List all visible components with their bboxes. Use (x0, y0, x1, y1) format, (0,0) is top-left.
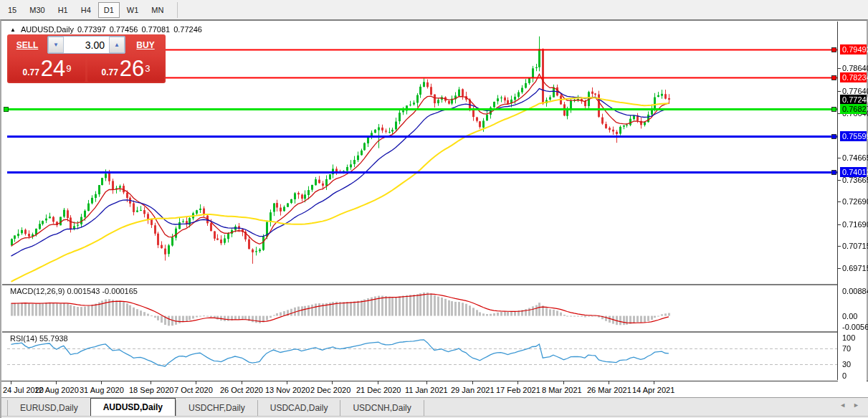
price-axis-tick-label: 0.70715 (842, 242, 867, 250)
volume-decrease-icon[interactable]: ▼ (48, 37, 64, 53)
sell-button[interactable]: SELL (9, 36, 46, 54)
date-axis-tick (563, 381, 564, 384)
date-axis-label: 29 Jan 2021 (451, 386, 495, 394)
date-axis-tick (151, 381, 151, 384)
hline-handle-left[interactable] (4, 107, 9, 112)
tab-audusd[interactable]: AUDUSD,Daily (90, 398, 176, 417)
price-axis-tick-label: 0.69715 (842, 264, 867, 272)
price-axis-tick (838, 268, 841, 269)
indicator-axis-label: 100 (842, 333, 867, 342)
timeframe-button-h1[interactable]: H1 (52, 2, 74, 18)
sell-price-display[interactable]: 0.77 24 9 (9, 55, 85, 82)
price-axis-tick (838, 201, 841, 202)
date-axis-tick (196, 381, 196, 384)
buy-price-big: 26 (120, 57, 144, 80)
date-axis-tick (654, 381, 654, 384)
timeframe-toolbar: 15 M30 H1 H4 D1 W1 MN (0, 0, 868, 19)
date-axis-tick (518, 381, 518, 384)
rsi-canvas[interactable] (7, 333, 839, 380)
date-axis-label: 18 Sep 2020 (129, 386, 173, 394)
sell-price-sup: 9 (66, 63, 71, 74)
date-axis-tick (101, 381, 102, 384)
price-axis-tick (838, 246, 841, 247)
hline-handle[interactable] (831, 107, 836, 112)
timeframe-button-w1[interactable]: W1 (121, 2, 145, 18)
volume-input[interactable]: 3.00 (64, 37, 109, 53)
tab-scroll-left-icon[interactable]: ◄ (839, 402, 846, 409)
date-axis-label: 26 Mar 2021 (587, 386, 631, 394)
price-badge[interactable]: 0.79492 (840, 44, 867, 54)
price-badge[interactable]: 0.76827 (840, 104, 867, 114)
indicator-axis-label: -0.005651 (842, 323, 867, 331)
date-axis-label: 7 Oct 2020 (174, 386, 213, 394)
rsi-name: RSI(14) (10, 334, 37, 343)
macd-values: 0.001543 -0.000165 (67, 287, 137, 295)
tab-usdcnh[interactable]: USDCNH,Daily (340, 400, 424, 417)
volume-increase-icon[interactable]: ▲ (109, 37, 125, 53)
tab-usdcad[interactable]: USDCAD,Daily (257, 400, 340, 417)
indicator-axis-label: 0 (842, 371, 867, 380)
indicator-axis-label: 0.00884 (842, 287, 867, 295)
price-axis-tick (838, 158, 841, 158)
price-axis-tick-label: 0.74665 (842, 153, 867, 162)
one-click-trade-panel: SELL ▼ 3.00 ▲ BUY 0.77 24 9 0.77 26 3 (7, 34, 166, 83)
date-axis-tick (56, 381, 57, 384)
tab-scroll-right-icon[interactable]: ► (853, 402, 859, 409)
date-axis-label: 21 Dec 2020 (356, 386, 401, 394)
price-badge[interactable]: 0.77246 (840, 95, 867, 105)
date-axis-label: 8 Mar 2021 (542, 386, 582, 394)
price-axis-tick-label: 0.78640 (842, 64, 867, 72)
date-axis-tick (378, 381, 378, 384)
symbol-period-label: AUDUSD,Daily (21, 25, 74, 34)
indicator-axis-label: 0.00 (842, 312, 867, 320)
timeframe-button-m15[interactable]: 15 (2, 2, 22, 18)
price-axis-tick (838, 224, 841, 225)
date-axis-tick (609, 381, 609, 384)
chart-header: ▲ AUDUSD,Daily 0.77397 0.77456 0.77081 0… (10, 25, 202, 34)
date-axis-tick (242, 381, 242, 384)
date-axis-tick (472, 381, 473, 384)
date-axis-label: 2 Dec 2020 (310, 386, 350, 394)
timeframe-button-mn[interactable]: MN (146, 2, 169, 18)
buy-price-prefix: 0.77 (101, 67, 118, 77)
price-badge[interactable]: 0.74012 (840, 167, 867, 177)
hline-handle[interactable] (831, 170, 836, 175)
buy-price-display[interactable]: 0.77 26 3 (87, 55, 164, 82)
rsi-value: 55.7938 (39, 334, 68, 343)
panel-separator-rsi[interactable] (2, 331, 867, 333)
date-axis-label: 12 Aug 2020 (34, 386, 79, 394)
price-badge[interactable]: 0.78234 (840, 72, 867, 82)
volume-spinner: ▼ 3.00 ▲ (47, 36, 125, 54)
toolbar-separator (177, 2, 178, 18)
date-axis-tick (332, 381, 333, 384)
timeframe-button-m30[interactable]: M30 (24, 2, 50, 18)
buy-button[interactable]: BUY (127, 36, 164, 54)
price-axis-spine (837, 22, 838, 380)
collapse-icon[interactable]: ▲ (10, 27, 16, 33)
hline-handle[interactable] (831, 47, 836, 52)
timeframe-button-h4[interactable]: H4 (75, 2, 97, 18)
panel-separator-macd[interactable] (2, 284, 867, 285)
hline-handle[interactable] (831, 75, 836, 80)
date-axis[interactable]: 24 Jul 202012 Aug 202031 Aug 202018 Sep … (1, 381, 868, 398)
hline-handle[interactable] (831, 134, 836, 139)
date-axis-label: 17 Feb 2021 (496, 386, 540, 394)
date-axis-label: 31 Aug 2020 (80, 386, 124, 394)
ohlc-low: 0.77081 (141, 25, 170, 34)
price-axis-tick-label: 0.72690 (842, 197, 867, 206)
date-axis-label: 14 Apr 2021 (632, 386, 674, 394)
timeframe-button-d1[interactable]: D1 (98, 2, 120, 18)
price-axis[interactable]: 0.786400.776400.766400.746650.736650.726… (838, 22, 867, 399)
date-axis-tick (11, 381, 11, 384)
macd-indicator-label: MACD(12,26,9) 0.001543 -0.000165 (10, 287, 138, 295)
tab-usdchf[interactable]: USDCHF,Daily (176, 400, 257, 417)
price-badge[interactable]: 0.75599 (840, 131, 867, 141)
sell-price-big: 24 (41, 57, 65, 80)
price-axis-tick-label: 0.71690 (842, 220, 867, 229)
price-axis-tick (838, 68, 841, 69)
sell-price-prefix: 0.77 (22, 67, 39, 77)
ohlc-open: 0.77397 (77, 25, 106, 34)
ohlc-close: 0.77246 (173, 25, 202, 34)
symbol-tab-bar: EURUSD,Daily AUDUSD,Daily USDCHF,Daily U… (1, 397, 868, 417)
tab-eurusd[interactable]: EURUSD,Daily (7, 400, 90, 417)
